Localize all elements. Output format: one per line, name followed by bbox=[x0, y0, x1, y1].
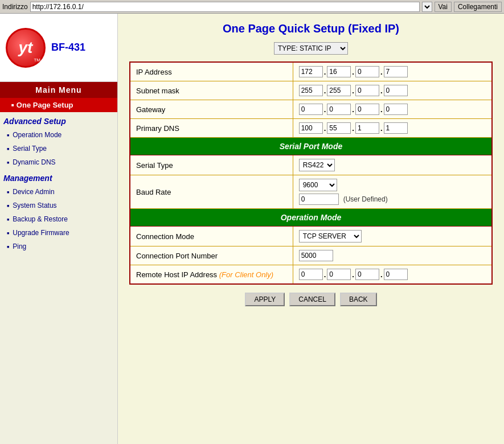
connection-mode-row: Connection Mode TCP SERVER TCP CLIENT UD… bbox=[130, 227, 492, 246]
dns-inputs: . . . bbox=[299, 122, 486, 134]
serial-type-select[interactable]: RS422 RS232 RS485 bbox=[299, 159, 335, 171]
dns-octet-2[interactable] bbox=[327, 122, 351, 134]
gateway-row: Gateway . . . bbox=[130, 100, 492, 119]
apply-button[interactable]: APPLY bbox=[245, 293, 285, 306]
remote-host-octet-2[interactable] bbox=[327, 269, 351, 280]
gateway-value: . . . bbox=[293, 100, 492, 119]
management-header: Management bbox=[0, 169, 117, 185]
subnet-mask-row: Subnet mask . . . bbox=[130, 81, 492, 100]
sidebar-item-one-page-setup[interactable]: One Page Setup bbox=[0, 98, 117, 112]
baud-select-row: 9600 1200 2400 4800 19200 38400 57600 11… bbox=[299, 179, 486, 191]
sidebar-item-operation-mode[interactable]: Operation Mode bbox=[0, 128, 117, 142]
ip-octet-3[interactable] bbox=[355, 66, 379, 77]
remote-host-inputs: . . . bbox=[299, 269, 486, 280]
sidebar-item-ping[interactable]: Ping bbox=[0, 240, 117, 253]
subnet-octet-1[interactable] bbox=[299, 85, 323, 96]
remote-host-octet-1[interactable] bbox=[299, 269, 323, 280]
ip-address-inputs: . . . bbox=[299, 66, 486, 77]
connection-port-row: Connection Port Number bbox=[130, 246, 492, 265]
sidebar-item-system-status[interactable]: System Status bbox=[0, 199, 117, 212]
subnet-inputs: . . . bbox=[299, 85, 486, 96]
remote-host-label: Remote Host IP Address (For Client Only) bbox=[130, 265, 293, 285]
remote-host-octet-3[interactable] bbox=[355, 269, 379, 280]
baud-rate-select[interactable]: 9600 1200 2400 4800 19200 38400 57600 11… bbox=[299, 179, 337, 191]
operation-mode-section-row: Operation Mode bbox=[130, 209, 492, 227]
subnet-octet-4[interactable] bbox=[384, 85, 408, 96]
serial-port-mode-header: Serial Port Mode bbox=[130, 138, 492, 155]
connection-mode-value: TCP SERVER TCP CLIENT UDP bbox=[293, 227, 492, 246]
gateway-label: Gateway bbox=[130, 100, 293, 119]
baud-rate-inputs: 9600 1200 2400 4800 19200 38400 57600 11… bbox=[299, 179, 486, 205]
logo: yt TM bbox=[6, 28, 46, 68]
remote-host-label-text: Remote Host IP Address bbox=[136, 270, 217, 279]
type-selector-row: TYPE: STATIC IP TYPE: DHCP TYPE: PPPOE bbox=[129, 42, 493, 55]
sidebar-item-device-admin[interactable]: Device Admin bbox=[0, 185, 117, 199]
ip-address-row: IP Address . . . bbox=[130, 62, 492, 81]
back-button[interactable]: BACK bbox=[340, 293, 377, 306]
url-text: http://172.16.0.1/ bbox=[32, 3, 84, 11]
baud-rate-value: 9600 1200 2400 4800 19200 38400 57600 11… bbox=[293, 175, 492, 209]
ip-octet-2[interactable] bbox=[327, 66, 351, 77]
connection-port-value bbox=[293, 246, 492, 265]
page-title: One Page Quick Setup (Fixed IP) bbox=[129, 22, 493, 35]
primary-dns-row: Primary DNS . . . bbox=[130, 119, 492, 138]
dns-octet-1[interactable] bbox=[299, 122, 323, 134]
advanced-setup-header: Advanced Setup bbox=[0, 112, 117, 128]
main-content: One Page Quick Setup (Fixed IP) TYPE: ST… bbox=[118, 14, 504, 444]
serial-type-row: Serial Type RS422 RS232 RS485 bbox=[130, 155, 492, 175]
subnet-mask-value: . . . bbox=[293, 81, 492, 100]
sidebar-item-dynamic-dns[interactable]: Dynamic DNS bbox=[0, 155, 117, 169]
user-defined-row: (User Defined) bbox=[299, 194, 486, 205]
primary-dns-label: Primary DNS bbox=[130, 119, 293, 138]
user-defined-input[interactable] bbox=[299, 194, 339, 205]
logo-tm: TM bbox=[34, 57, 40, 63]
connection-port-input[interactable] bbox=[299, 250, 333, 261]
gateway-octet-4[interactable] bbox=[384, 104, 408, 115]
operation-mode-header: Operation Mode bbox=[130, 209, 492, 227]
remote-host-row: Remote Host IP Address (For Client Only)… bbox=[130, 265, 492, 285]
url-dropdown[interactable] bbox=[422, 2, 432, 12]
sidebar-item-upgrade-firmware[interactable]: Upgrade Firmware bbox=[0, 226, 117, 240]
connection-mode-label: Connection Mode bbox=[130, 227, 293, 246]
address-label: Indirizzo bbox=[2, 3, 28, 11]
gateway-octet-1[interactable] bbox=[299, 104, 323, 115]
connection-port-label: Connection Port Number bbox=[130, 246, 293, 265]
main-menu-header: Main Menu bbox=[0, 82, 117, 98]
go-button[interactable]: Vai bbox=[435, 2, 452, 12]
subnet-octet-2[interactable] bbox=[327, 85, 351, 96]
dns-octet-3[interactable] bbox=[355, 122, 379, 134]
type-select[interactable]: TYPE: STATIC IP TYPE: DHCP TYPE: PPPOE bbox=[274, 42, 348, 55]
ip-address-value: . . . bbox=[293, 62, 492, 81]
serial-port-mode-row: Serial Port Mode bbox=[130, 138, 492, 155]
baud-rate-label: Baud Rate bbox=[130, 175, 293, 209]
links-button[interactable]: Collegamenti bbox=[454, 2, 502, 12]
remote-host-value: . . . bbox=[293, 265, 492, 285]
cancel-button[interactable]: CANCEL bbox=[289, 293, 335, 306]
primary-dns-value: . . . bbox=[293, 119, 492, 138]
serial-type-value: RS422 RS232 RS485 bbox=[293, 155, 492, 175]
gateway-inputs: . . . bbox=[299, 104, 486, 115]
ip-octet-1[interactable] bbox=[299, 66, 323, 77]
sidebar: yt TM BF-431 Main Menu One Page Setup Ad… bbox=[0, 14, 118, 444]
dns-octet-4[interactable] bbox=[384, 122, 408, 134]
sidebar-item-backup-restore[interactable]: Backup & Restore bbox=[0, 212, 117, 226]
button-row: APPLY CANCEL BACK bbox=[129, 293, 493, 306]
connection-mode-select[interactable]: TCP SERVER TCP CLIENT UDP bbox=[299, 230, 362, 242]
subnet-octet-3[interactable] bbox=[355, 85, 379, 96]
gateway-octet-2[interactable] bbox=[327, 104, 351, 115]
serial-type-label: Serial Type bbox=[130, 155, 293, 175]
remote-host-octet-4[interactable] bbox=[384, 269, 408, 280]
logo-y: yt bbox=[19, 39, 33, 57]
device-name: BF-431 bbox=[51, 42, 85, 54]
subnet-mask-label: Subnet mask bbox=[130, 81, 293, 100]
gateway-octet-3[interactable] bbox=[355, 104, 379, 115]
form-table: IP Address . . . bbox=[129, 61, 493, 285]
ip-address-label: IP Address bbox=[130, 62, 293, 81]
baud-rate-row: Baud Rate 9600 1200 2400 4800 19200 bbox=[130, 175, 492, 209]
remote-host-client-label: (For Client Only) bbox=[219, 270, 273, 279]
browser-bar: Indirizzo http://172.16.0.1/ Vai Collega… bbox=[0, 0, 504, 14]
url-bar[interactable]: http://172.16.0.1/ bbox=[30, 2, 420, 12]
page-layout: yt TM BF-431 Main Menu One Page Setup Ad… bbox=[0, 14, 504, 444]
ip-octet-4[interactable] bbox=[384, 66, 408, 77]
sidebar-item-serial-type[interactable]: Serial Type bbox=[0, 142, 117, 155]
